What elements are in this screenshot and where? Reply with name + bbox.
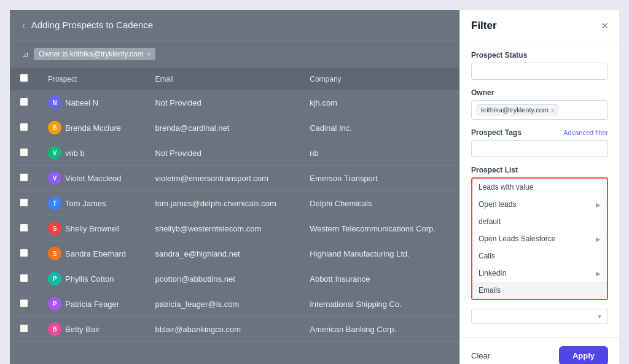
row-checkbox-cell bbox=[10, 115, 38, 141]
email-cell: Not Provided bbox=[145, 141, 300, 166]
prospect-list-item[interactable]: default bbox=[472, 213, 607, 230]
table-row: P Phyllis Cotton pcotton@abbottins.net A… bbox=[10, 266, 459, 292]
prospect-list-item-label: Emails bbox=[479, 286, 501, 295]
row-checkbox[interactable] bbox=[20, 299, 28, 308]
page-title: Adding Prospects to Cadence bbox=[31, 20, 153, 30]
filter-body: Prospect Status Owner krithika@tryklenty… bbox=[460, 42, 619, 337]
prospect-name: Sandra Eberhard bbox=[65, 249, 126, 258]
email-cell: shellyb@westerntelecom.com bbox=[145, 216, 300, 241]
company-cell: Cadinal Inc. bbox=[300, 115, 459, 141]
row-checkbox-cell bbox=[10, 191, 38, 216]
prospect-list-item[interactable]: Calls bbox=[472, 247, 607, 265]
row-checkbox[interactable] bbox=[20, 98, 28, 106]
prospect-status-section: Prospect Status bbox=[471, 51, 608, 80]
table-row: T Tom James tom.james@delphi.chemicals.c… bbox=[10, 191, 459, 216]
owner-filter-tag: Owner is krithika@tryklenty.com × bbox=[34, 48, 155, 60]
prospect-tags-section: Prospect Tags Advanced filter bbox=[471, 128, 608, 157]
email-cell: violetm@emersontransport.com bbox=[145, 166, 300, 191]
row-checkbox[interactable] bbox=[20, 249, 28, 257]
prospect-avatar: S bbox=[48, 222, 61, 235]
extra-dropdown[interactable]: ▼ bbox=[471, 309, 608, 324]
prospect-cell: P Phyllis Cotton bbox=[38, 266, 145, 292]
left-panel: ‹ Adding Prospects to Cadence ⊿ Owner is… bbox=[10, 10, 459, 364]
company-cell: nb bbox=[300, 141, 459, 166]
company-cell: Abbott Insurance bbox=[300, 266, 459, 292]
table-row: B Betty Bair bblair@abankingco.com Ameri… bbox=[10, 317, 459, 342]
email-cell: Not Provided bbox=[145, 90, 300, 115]
prospect-list-item-label: default bbox=[479, 217, 501, 226]
company-cell: International Shipping Co. bbox=[300, 292, 459, 317]
email-cell: brenda@cardinal.net bbox=[145, 115, 300, 141]
company-column-header: Company bbox=[300, 68, 459, 90]
prospect-cell: T Tom James bbox=[38, 191, 145, 216]
active-filters-bar: ⊿ Owner is krithika@tryklenty.com × bbox=[10, 41, 459, 68]
prospect-cell: V vnb b bbox=[38, 141, 145, 166]
prospect-cell: S Sandra Eberhard bbox=[38, 241, 145, 266]
prospect-status-input[interactable] bbox=[471, 63, 608, 80]
owner-tag: krithika@tryklenty.com x bbox=[477, 104, 558, 115]
row-checkbox[interactable] bbox=[20, 173, 28, 182]
owner-label: Owner bbox=[471, 88, 608, 97]
prospect-name: Phyllis Cotton bbox=[65, 274, 114, 284]
row-checkbox-cell bbox=[10, 317, 38, 342]
prospect-tags-input[interactable] bbox=[471, 140, 608, 157]
prospect-avatar: T bbox=[48, 196, 61, 210]
prospect-cell: V Violet Maccleod bbox=[38, 166, 145, 191]
email-column-header: Email bbox=[145, 68, 300, 90]
prospect-cell: S Shelly Brownell bbox=[38, 216, 145, 241]
prospect-list-item[interactable]: Leads with value bbox=[472, 179, 607, 196]
extra-dropdown-section: ▼ bbox=[471, 309, 608, 324]
select-all-header bbox=[10, 68, 38, 90]
owner-tag-remove[interactable]: x bbox=[551, 106, 555, 114]
prospect-avatar: P bbox=[48, 297, 61, 311]
prospect-name: Violet Maccleod bbox=[65, 174, 122, 183]
owner-filter-remove[interactable]: × bbox=[147, 50, 150, 58]
prospect-list-label: Prospect List bbox=[471, 166, 608, 174]
prospect-cell: N Nabeel N bbox=[38, 90, 145, 115]
filter-header: Filter × bbox=[460, 10, 619, 42]
filter-panel: Filter × Prospect Status Owner krithika@… bbox=[459, 10, 619, 364]
prospect-avatar: V bbox=[48, 146, 61, 160]
page-header: ‹ Adding Prospects to Cadence bbox=[10, 10, 459, 41]
prospect-name: Brenda Mcclure bbox=[65, 123, 121, 133]
prospect-avatar: V bbox=[48, 171, 61, 185]
table-header-row: Prospect Email Company bbox=[10, 68, 459, 90]
clear-button[interactable]: Clear bbox=[471, 351, 490, 360]
prospect-avatar: B bbox=[48, 121, 61, 134]
company-cell: American Banking Corp. bbox=[300, 317, 459, 342]
company-cell: kjh.com bbox=[300, 90, 459, 115]
extra-dropdown-arrow: ▼ bbox=[596, 313, 603, 320]
row-checkbox[interactable] bbox=[20, 274, 28, 282]
owner-input-container[interactable]: krithika@tryklenty.com x bbox=[471, 100, 608, 120]
email-cell: tom.james@delphi.chemicals.com bbox=[145, 191, 300, 216]
row-checkbox-cell bbox=[10, 141, 38, 166]
prospect-name: vnb b bbox=[65, 149, 85, 158]
row-checkbox[interactable] bbox=[20, 148, 28, 157]
table-row: S Sandra Eberhard sandra_e@highland.net … bbox=[10, 241, 459, 266]
row-checkbox[interactable] bbox=[20, 324, 28, 333]
filter-footer: Clear Apply bbox=[460, 337, 619, 364]
select-all-checkbox[interactable] bbox=[20, 74, 28, 82]
back-button[interactable]: ‹ bbox=[22, 20, 25, 30]
owner-section: Owner krithika@tryklenty.com x bbox=[471, 88, 608, 120]
prospect-list-item-label: LinkedIn bbox=[479, 269, 506, 277]
prospect-tags-label: Prospect Tags bbox=[471, 128, 522, 137]
prospect-avatar: B bbox=[48, 322, 61, 336]
prospect-list-item[interactable]: Open Leads Salesforce ▶ bbox=[472, 230, 607, 247]
prospect-name: Betty Bair bbox=[65, 325, 100, 334]
apply-button[interactable]: Apply bbox=[559, 346, 608, 364]
prospect-list-item-label: Calls bbox=[479, 252, 495, 260]
prospect-list-item[interactable]: LinkedIn ▶ bbox=[472, 265, 607, 282]
company-cell: Delphi Chemicals bbox=[300, 191, 459, 216]
prospect-list-expand-icon: ▶ bbox=[596, 201, 601, 208]
email-cell: pcotton@abbottins.net bbox=[145, 266, 300, 292]
row-checkbox[interactable] bbox=[20, 123, 28, 131]
advanced-filter-link[interactable]: Advanced filter bbox=[563, 129, 608, 136]
row-checkbox[interactable] bbox=[20, 198, 28, 207]
row-checkbox[interactable] bbox=[20, 223, 28, 232]
owner-tag-value: krithika@tryklenty.com bbox=[481, 106, 549, 114]
prospect-list-item[interactable]: Emails bbox=[472, 282, 607, 299]
table-row: N Nabeel N Not Provided kjh.com bbox=[10, 90, 459, 115]
filter-close-button[interactable]: × bbox=[601, 20, 608, 31]
prospect-list-item[interactable]: Open leads ▶ bbox=[472, 196, 607, 213]
